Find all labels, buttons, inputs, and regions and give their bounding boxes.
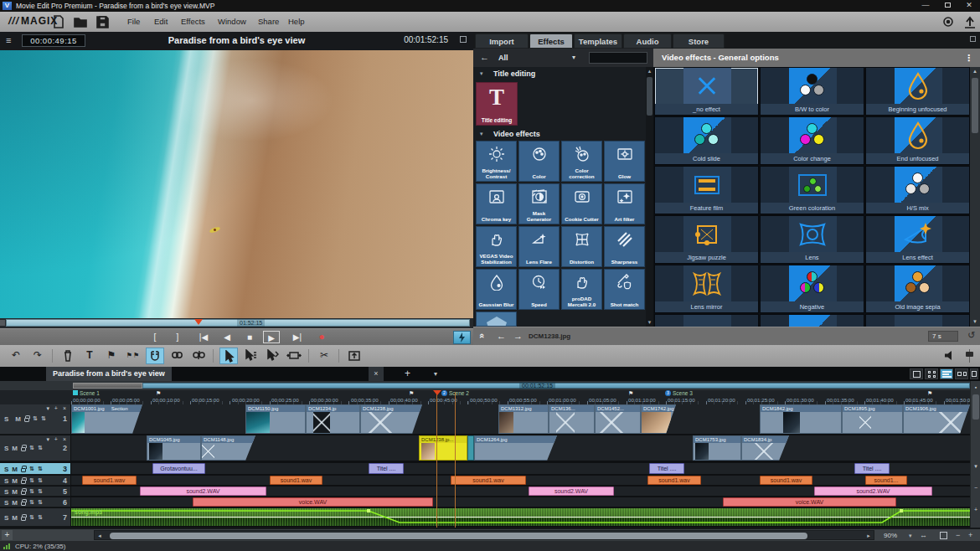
track-height-icon[interactable]: ⇅ bbox=[29, 514, 34, 521]
track-minimize-icon[interactable]: ⇅ bbox=[38, 477, 43, 484]
effect-vegas-stabilization[interactable]: VEGAS Video Stabilization bbox=[476, 226, 517, 267]
audio-clip[interactable]: sound1.wav bbox=[760, 476, 812, 485]
audio-clip[interactable]: sound1.wav bbox=[270, 476, 322, 485]
play-button[interactable]: ▶ bbox=[263, 331, 280, 343]
range-markers-button[interactable]: ⚑⚑ bbox=[124, 348, 142, 364]
transition-sliver[interactable] bbox=[467, 435, 474, 461]
scrollbar-thumb[interactable] bbox=[972, 78, 978, 133]
range-out-line[interactable] bbox=[455, 392, 456, 528]
reset-icon[interactable]: ↻ bbox=[967, 330, 975, 341]
track-2-header[interactable]: ▾ + × SM⇅⇅2 bbox=[0, 435, 70, 461]
track-minimize-icon[interactable]: ⇅ bbox=[38, 514, 43, 521]
scroll-down-icon[interactable]: ▼ bbox=[970, 317, 980, 327]
clip[interactable]: DCM1238.jpg bbox=[360, 404, 422, 434]
mute-button[interactable]: M bbox=[15, 415, 21, 423]
preset-duration-field[interactable]: 7 s bbox=[928, 331, 958, 342]
chevron-down-icon[interactable]: ▾ bbox=[572, 54, 575, 61]
back-arrow-icon[interactable]: ← bbox=[480, 52, 489, 62]
jump-end-button[interactable]: ▶| bbox=[288, 331, 307, 343]
audio-mute-icon[interactable] bbox=[940, 348, 958, 364]
split-scissors-button[interactable]: ✂ bbox=[315, 348, 333, 364]
zoom-in-button[interactable]: + bbox=[968, 531, 972, 539]
solo-button[interactable]: S bbox=[4, 499, 8, 507]
preset-lens-effect[interactable]: Lens effect bbox=[865, 215, 970, 264]
clip[interactable]: DCM1264.jpg bbox=[474, 435, 557, 461]
track-1-header[interactable]: ▾ + × SM⇅⇅1 bbox=[0, 404, 70, 435]
kebab-menu-icon[interactable]: ⋮ bbox=[964, 49, 973, 67]
track-5-lane[interactable]: sound2.WAV sound2.WAV sound2.WAV bbox=[71, 487, 970, 496]
track-minimize-icon[interactable]: ⇅ bbox=[38, 466, 43, 472]
zoom-fit-width-icon[interactable]: ↔ bbox=[920, 531, 927, 539]
title-tool-button[interactable]: T bbox=[80, 348, 99, 364]
settings-gear-icon[interactable] bbox=[941, 15, 955, 28]
record-button[interactable]: ● bbox=[315, 331, 328, 343]
marker-flag-icon[interactable]: ⚑ bbox=[409, 390, 414, 397]
title-clip[interactable]: Titel .... bbox=[649, 463, 684, 474]
audio-clip[interactable]: sound1.wav bbox=[82, 476, 137, 485]
prev-frame-button[interactable]: ◀ bbox=[219, 331, 235, 343]
audio-clip[interactable]: sound2.WAV bbox=[529, 487, 614, 496]
tab-templates[interactable]: Templates bbox=[574, 33, 622, 49]
mute-button[interactable]: M bbox=[12, 499, 18, 507]
tab-import[interactable]: Import bbox=[475, 33, 529, 49]
zoom-out-vertical-button[interactable]: − bbox=[971, 483, 980, 493]
zoom-level-dropdown[interactable]: 90% bbox=[884, 532, 897, 539]
mute-button[interactable]: M bbox=[12, 488, 18, 496]
playhead-line[interactable] bbox=[436, 392, 437, 528]
redo-button[interactable]: ↷ bbox=[28, 348, 47, 364]
preset-cold-slide[interactable]: Cold slide bbox=[654, 116, 759, 165]
track-height-icon[interactable]: ⇅ bbox=[29, 477, 34, 484]
title-clip[interactable]: Grotavontuu... bbox=[152, 463, 205, 474]
project-list-chevron-icon[interactable]: ▾ bbox=[434, 370, 437, 378]
clip[interactable]: DCM1045.jpg bbox=[147, 435, 201, 461]
preset-beginning-unfocused[interactable]: Beginning unfocused bbox=[865, 67, 970, 116]
preset-jigsaw-puzzle[interactable]: Jigsaw puzzle bbox=[654, 215, 759, 264]
playhead-marker[interactable] bbox=[433, 390, 441, 395]
view-mode-single[interactable] bbox=[910, 368, 923, 379]
new-project-icon[interactable] bbox=[52, 15, 65, 28]
track-2-lane[interactable]: DCM1045.jpg DCM1148.jpg DCM1238.jp... DC… bbox=[71, 435, 970, 461]
track-5-header[interactable]: SM⇅⇅5 bbox=[0, 487, 70, 497]
detach-preview-icon[interactable] bbox=[460, 36, 467, 43]
marker-scene-3[interactable]: 3Scene 3 bbox=[665, 390, 693, 396]
clip[interactable]: DCM1150.jpg bbox=[245, 404, 306, 434]
undo-button[interactable]: ↶ bbox=[7, 348, 25, 364]
preset-partial-2[interactable] bbox=[760, 314, 864, 327]
menu-file[interactable]: File bbox=[127, 17, 140, 26]
preset-feature-film[interactable]: Feature film bbox=[654, 166, 759, 214]
track-minimize-icon[interactable]: ⇅ bbox=[38, 445, 43, 451]
audio-clip[interactable]: sound2.WAV bbox=[814, 487, 932, 496]
track-height-icon[interactable]: ⇅ bbox=[29, 488, 34, 495]
effect-sharpness[interactable]: Sharpness bbox=[604, 226, 645, 267]
link-objects-button[interactable] bbox=[168, 348, 186, 364]
selected-clip[interactable]: DCM1238.jp... bbox=[419, 435, 467, 461]
clip[interactable]: DCM1834.jp bbox=[741, 435, 789, 461]
volume-fader[interactable] bbox=[966, 349, 973, 363]
preset-old-image-sepia[interactable]: Old image sepia bbox=[865, 265, 970, 313]
audio-clip[interactable]: sound1... bbox=[865, 476, 907, 485]
scrollbar-thumb[interactable] bbox=[972, 394, 979, 420]
clip[interactable]: DCM1742.jpg bbox=[641, 404, 676, 434]
music-clip-label[interactable]: song.mp3 bbox=[75, 509, 102, 515]
mark-in-button[interactable]: [ bbox=[149, 331, 161, 343]
filter-dropdown[interactable]: All bbox=[498, 54, 508, 62]
scroll-up-icon[interactable]: ▲ bbox=[646, 67, 653, 75]
track-1-lane[interactable]: DCM1001.jpgSection DCM1150.jpg DCM1234.j… bbox=[71, 404, 970, 434]
menu-window[interactable]: Window bbox=[218, 17, 246, 26]
audio-clip[interactable]: sound2.WAV bbox=[140, 487, 266, 496]
ruler-range-bar[interactable] bbox=[142, 383, 970, 389]
preset-partial-1[interactable] bbox=[654, 314, 759, 327]
effect-prodad-mercalli[interactable]: proDAD Mercalli 2.0 bbox=[561, 269, 602, 310]
track-height-icon[interactable]: ⇅ bbox=[29, 499, 34, 506]
track-minimize-icon[interactable]: ⇅ bbox=[38, 499, 43, 506]
effect-color-correction[interactable]: Color correction bbox=[561, 141, 602, 182]
instant-export-button[interactable] bbox=[453, 331, 471, 344]
standard-mouse-mode-button[interactable] bbox=[219, 348, 238, 364]
preset-end-unfocused[interactable]: End unfocused bbox=[865, 116, 970, 165]
solo-button[interactable]: S bbox=[4, 466, 8, 473]
scrollbar-thumb[interactable] bbox=[110, 533, 807, 539]
track-6-header[interactable]: SM⇅⇅6 bbox=[0, 497, 70, 507]
effect-mask-generator[interactable]: Mask Generator bbox=[518, 183, 560, 224]
preset-color-change[interactable]: Color change bbox=[760, 116, 864, 165]
scrubber-left-handle[interactable] bbox=[0, 320, 5, 326]
